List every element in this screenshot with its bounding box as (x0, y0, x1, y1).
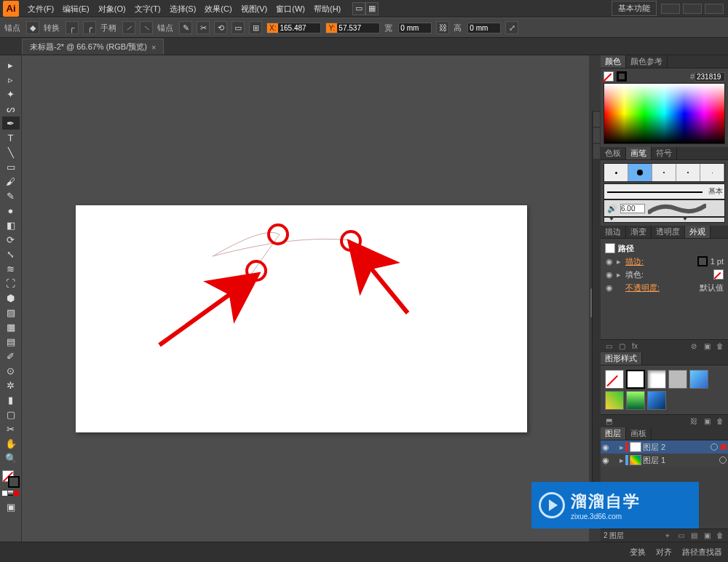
tab-transparency[interactable]: 透明度 (652, 226, 685, 238)
anchor-icon[interactable]: ◆ (26, 21, 39, 34)
status-pathfinder[interactable]: 路径查找器 (682, 547, 722, 558)
direct-selection-tool[interactable]: ▹ (2, 73, 20, 86)
styles-lib-icon[interactable]: ⬒ (604, 416, 614, 427)
expand-icon[interactable]: ▸ (620, 456, 624, 465)
free-transform-tool[interactable]: ⛶ (2, 277, 20, 290)
tab-swatches[interactable]: 色板 (601, 147, 626, 159)
artboard-tool[interactable]: ▢ (2, 408, 20, 421)
style-swatch[interactable] (689, 370, 708, 389)
menu-window[interactable]: 窗口(W) (272, 0, 309, 17)
gradient-tool[interactable]: ▤ (2, 335, 20, 348)
target-icon[interactable] (711, 443, 718, 451)
dock-grip[interactable] (593, 128, 600, 143)
style-swatch[interactable] (626, 391, 645, 410)
connect-icon[interactable]: ⟲ (214, 21, 227, 34)
dock-grip[interactable] (593, 112, 600, 127)
symbol-sprayer-tool[interactable]: ✲ (2, 379, 20, 392)
visibility-icon[interactable]: ◉ (605, 270, 614, 280)
convert-smooth-icon[interactable]: ╭ (83, 21, 96, 34)
tab-color-guide[interactable]: 颜色参考 (626, 55, 668, 68)
window-close[interactable] (705, 4, 724, 14)
pencil-tool[interactable]: ✎ (2, 189, 20, 202)
lasso-tool[interactable]: ᔕ (2, 102, 20, 115)
layer-name[interactable]: 图层 2 (643, 442, 665, 453)
handle-hide-icon[interactable]: ⟍ (140, 21, 153, 34)
tab-graphic-styles[interactable]: 图形样式 (601, 352, 642, 365)
blob-brush-tool[interactable]: ● (2, 204, 20, 217)
cut-path-icon[interactable]: ✂ (197, 21, 210, 34)
tab-symbols[interactable]: 符号 (652, 147, 677, 159)
window-restore[interactable] (683, 4, 702, 14)
zoom-tool[interactable]: 🔍 (2, 451, 20, 464)
dock-grip[interactable] (593, 144, 600, 159)
tab-stroke[interactable]: 描边 (601, 226, 626, 238)
break-link-icon[interactable]: ⛓ (689, 416, 699, 427)
new-style-icon[interactable]: ▣ (702, 416, 712, 427)
doc-layout-icon[interactable]: ▭ (352, 2, 365, 15)
trash-icon[interactable]: 🗑 (715, 341, 725, 352)
slice-tool[interactable]: ✂ (2, 422, 20, 435)
visibility-icon[interactable]: ◉ (605, 257, 614, 266)
duplicate-icon[interactable]: ▣ (702, 341, 712, 352)
brush-dot-4[interactable] (676, 164, 700, 181)
scale-tool[interactable]: ⤡ (2, 248, 20, 261)
pen-tool[interactable]: ✒ (2, 116, 20, 130)
align-icon[interactable]: ▭ (232, 21, 245, 34)
hand-tool[interactable]: ✋ (2, 437, 20, 450)
visibility-icon[interactable]: ◉ (602, 443, 609, 452)
layer-row[interactable]: ◉ ▸ 图层 2 (601, 440, 728, 454)
mesh-tool[interactable]: ▦ (2, 320, 20, 333)
fill-color-swatch[interactable] (713, 269, 724, 280)
stroke-label[interactable]: 描边: (625, 256, 695, 267)
rotate-tool[interactable]: ⟳ (2, 233, 20, 246)
menu-view[interactable]: 视图(V) (237, 0, 272, 17)
eyedropper-tool[interactable]: ✐ (2, 349, 20, 363)
target-icon[interactable] (719, 456, 727, 464)
blend-tool[interactable]: ⊙ (2, 364, 20, 377)
style-swatch[interactable] (668, 370, 687, 389)
tab-gradient[interactable]: 渐变 (626, 226, 652, 238)
width-tool[interactable]: ≋ (2, 262, 20, 275)
tab-artboards[interactable]: 画板 (626, 427, 652, 440)
x-field[interactable]: X: (266, 23, 321, 33)
status-transform[interactable]: 变换 (630, 547, 646, 558)
shape-builder-tool[interactable]: ⬢ (2, 291, 20, 304)
y-field[interactable]: Y: (325, 23, 380, 33)
clear-icon[interactable]: ⊘ (689, 341, 699, 352)
trash-icon[interactable]: 🗑 (715, 416, 725, 427)
document-tab[interactable]: 未标题-2* @ 66.67% (RGB/预览) × (22, 39, 164, 55)
paintbrush-tool[interactable]: 🖌 (2, 175, 20, 188)
rectangle-tool[interactable]: ▭ (2, 160, 20, 173)
tab-color[interactable]: 颜色 (601, 55, 626, 68)
visibility-icon[interactable]: ◉ (605, 283, 614, 293)
layer-thumbnail[interactable] (630, 442, 641, 452)
locate-icon[interactable]: ⌖ (662, 531, 673, 541)
appearance-object-row[interactable]: 路径 (604, 242, 725, 255)
menu-object[interactable]: 对象(O) (94, 0, 130, 17)
add-effect-icon[interactable]: fx (630, 341, 640, 352)
add-stroke-icon[interactable]: ▭ (604, 341, 614, 352)
h-input[interactable] (467, 23, 501, 33)
arrange-icon[interactable]: ▦ (365, 2, 379, 15)
screen-mode-icon[interactable]: ▣ (2, 500, 20, 513)
trash-icon[interactable]: 🗑 (715, 531, 725, 541)
window-minimize[interactable] (661, 4, 680, 14)
opacity-label[interactable]: 不透明度: (625, 282, 697, 293)
style-swatch[interactable] (626, 370, 645, 389)
line-tool[interactable]: ╲ (2, 146, 20, 159)
collapsed-panel-dock[interactable] (592, 111, 601, 504)
brush-dot-1[interactable] (604, 164, 628, 181)
brush-dot-3[interactable] (652, 164, 676, 181)
stroke-color-swatch[interactable] (697, 256, 708, 266)
color-stroke-swatch[interactable] (617, 71, 627, 82)
menu-edit[interactable]: 编辑(E) (58, 0, 94, 17)
tab-appearance[interactable]: 外观 (685, 226, 711, 238)
color-fill-swatch[interactable] (604, 71, 614, 82)
status-align[interactable]: 对齐 (656, 547, 672, 558)
tab-brushes[interactable]: 画笔 (626, 147, 652, 159)
appearance-stroke-row[interactable]: ◉ ▸ 描边: 1 pt (604, 255, 725, 268)
brush-basic-row[interactable]: 基本 (604, 183, 725, 199)
stroke-value[interactable]: 1 pt (711, 257, 724, 266)
menu-help[interactable]: 帮助(H) (309, 0, 345, 17)
expand-icon[interactable]: ▸ (620, 443, 624, 452)
